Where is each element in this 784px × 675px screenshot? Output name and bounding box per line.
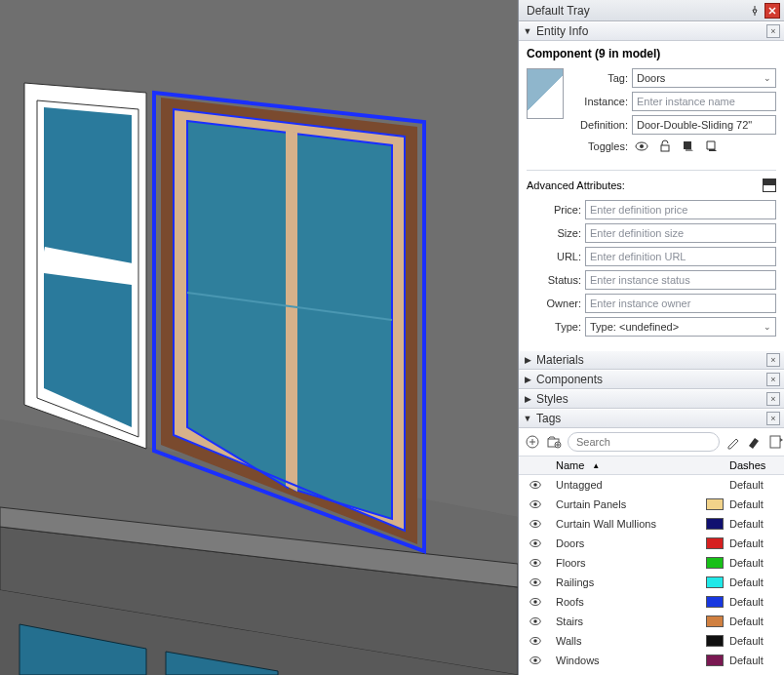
shadow-receive-icon[interactable] xyxy=(704,139,720,154)
owner-input[interactable] xyxy=(585,294,776,313)
panel-header-components[interactable]: ▶ Components × xyxy=(519,370,784,389)
tag-color-swatch[interactable] xyxy=(706,596,724,608)
tag-dashes[interactable]: Default xyxy=(729,615,784,627)
add-tag-icon[interactable] xyxy=(525,434,540,450)
tag-color-swatch[interactable] xyxy=(706,615,724,627)
visibility-icon[interactable] xyxy=(529,615,542,627)
price-label: Price: xyxy=(527,204,581,216)
visibility-icon[interactable] xyxy=(529,557,542,569)
tag-color-swatch[interactable] xyxy=(706,635,724,647)
url-label: URL: xyxy=(527,251,581,262)
tag-color-swatch[interactable] xyxy=(706,576,724,588)
tag-color-swatch[interactable] xyxy=(706,498,724,510)
tag-color-swatch[interactable] xyxy=(706,557,724,569)
details-icon[interactable] xyxy=(768,434,784,450)
svg-rect-25 xyxy=(661,145,669,151)
type-select[interactable]: Type: <undefined> ⌄ xyxy=(585,317,776,337)
tag-row[interactable]: FloorsDefault xyxy=(519,553,784,573)
panel-close-button[interactable]: × xyxy=(766,412,780,425)
tag-dashes[interactable]: Default xyxy=(729,479,784,491)
tag-label: Tag: xyxy=(573,72,628,84)
panel-header-entity-info[interactable]: ▼ Entity Info × xyxy=(519,21,784,41)
tag-dashes[interactable]: Default xyxy=(729,576,784,588)
purge-icon[interactable] xyxy=(747,434,763,450)
tag-dashes[interactable]: Default xyxy=(729,557,784,569)
status-input[interactable] xyxy=(585,270,776,290)
tag-color-swatch[interactable] xyxy=(706,518,724,530)
visibility-icon[interactable] xyxy=(529,596,542,608)
add-tag-folder-icon[interactable] xyxy=(546,434,562,450)
visibility-icon[interactable] xyxy=(529,635,542,647)
tag-tool-icon[interactable] xyxy=(725,434,741,450)
tag-row[interactable]: UntaggedDefault xyxy=(519,475,784,495)
tray-close-button[interactable] xyxy=(764,3,780,19)
tag-row[interactable]: Curtain Wall MullionsDefault xyxy=(519,514,784,534)
tag-row[interactable]: Curtain PanelsDefault xyxy=(519,495,784,514)
tag-name: Walls xyxy=(552,635,706,647)
tag-row[interactable]: StairsDefault xyxy=(519,612,784,631)
tag-dashes[interactable]: Default xyxy=(729,635,784,647)
instance-label: Instance: xyxy=(573,96,628,107)
pin-icon[interactable] xyxy=(749,5,761,17)
size-input[interactable] xyxy=(585,223,776,243)
visibility-icon[interactable] xyxy=(529,576,542,588)
tag-name: Windows xyxy=(552,655,706,666)
tags-rows: UntaggedDefaultCurtain PanelsDefaultCurt… xyxy=(519,475,784,675)
tag-dashes[interactable]: Default xyxy=(729,518,784,530)
collapse-icon: ▶ xyxy=(523,355,532,365)
panel-close-button[interactable]: × xyxy=(766,24,780,38)
tag-color-swatch[interactable] xyxy=(706,655,724,666)
tray-titlebar[interactable]: Default Tray xyxy=(519,0,784,21)
sort-asc-icon: ▲ xyxy=(592,461,600,470)
price-input[interactable] xyxy=(585,200,776,219)
viewport-3d[interactable] xyxy=(0,0,518,675)
panel-close-button[interactable]: × xyxy=(766,373,780,386)
instance-input[interactable] xyxy=(632,92,776,111)
definition-input[interactable] xyxy=(632,115,776,135)
svg-point-49 xyxy=(533,658,537,662)
tag-dashes[interactable]: Default xyxy=(729,655,784,666)
tag-dashes[interactable]: Default xyxy=(729,537,784,549)
definition-label: Definition: xyxy=(573,119,628,131)
shadow-cast-icon[interactable] xyxy=(681,139,696,154)
visibility-icon[interactable] xyxy=(529,479,542,491)
tag-select[interactable]: Doors ⌄ xyxy=(632,68,776,88)
tag-name: Untagged xyxy=(552,479,706,491)
tags-header-name[interactable]: Name xyxy=(556,459,584,471)
tag-row[interactable]: DoorsDefault xyxy=(519,534,784,553)
tags-search-input[interactable] xyxy=(568,432,720,452)
advanced-attr-toggle-icon[interactable] xyxy=(763,179,776,192)
tag-dashes[interactable]: Default xyxy=(729,498,784,510)
panel-header-tags[interactable]: ▼ Tags × xyxy=(519,409,784,428)
panel-close-button[interactable]: × xyxy=(766,392,780,406)
tag-name: Curtain Wall Mullions xyxy=(552,518,706,530)
lock-toggle-icon[interactable] xyxy=(657,139,673,154)
svg-point-43 xyxy=(533,600,537,604)
url-input[interactable] xyxy=(585,247,776,266)
tags-header-dashes[interactable]: Dashes xyxy=(729,459,784,471)
tag-name: Curtain Panels xyxy=(552,498,706,510)
entity-heading: Component (9 in model) xyxy=(527,47,776,60)
tag-row[interactable]: RoofsDefault xyxy=(519,592,784,612)
tag-name: Roofs xyxy=(552,596,706,608)
panel-close-button[interactable]: × xyxy=(766,353,780,367)
visibility-icon[interactable] xyxy=(529,655,542,666)
tag-dashes[interactable]: Default xyxy=(729,596,784,608)
visibility-icon[interactable] xyxy=(529,537,542,549)
tag-row[interactable]: RailingsDefault xyxy=(519,573,784,592)
tag-row[interactable]: WallsDefault xyxy=(519,631,784,651)
toggles-label: Toggles: xyxy=(573,140,628,152)
type-label: Type: xyxy=(527,321,581,333)
panel-header-styles[interactable]: ▶ Styles × xyxy=(519,389,784,409)
tag-color-swatch[interactable] xyxy=(706,537,724,549)
tag-row[interactable]: WindowsDefault xyxy=(519,651,784,670)
panel-header-materials[interactable]: ▶ Materials × xyxy=(519,350,784,370)
visibility-toggle-icon[interactable] xyxy=(634,139,649,154)
svg-point-31 xyxy=(533,483,537,487)
visibility-icon[interactable] xyxy=(529,498,542,510)
tag-name: Stairs xyxy=(552,615,706,627)
scene-canvas xyxy=(0,0,518,675)
visibility-icon[interactable] xyxy=(529,518,542,530)
svg-point-41 xyxy=(533,580,537,584)
component-thumbnail[interactable] xyxy=(527,68,564,119)
